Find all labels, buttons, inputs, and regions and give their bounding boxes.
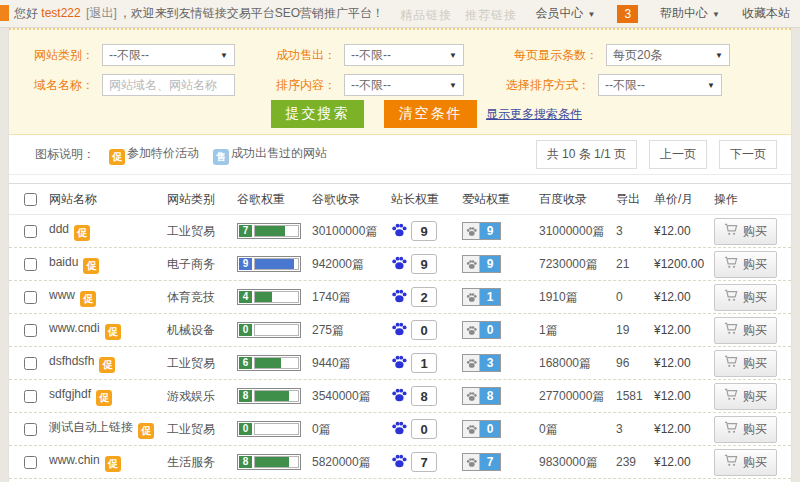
cart-icon bbox=[724, 388, 738, 404]
legend-sold: 售成功出售过的网站 bbox=[213, 145, 327, 165]
buy-button[interactable]: 购买 bbox=[714, 350, 777, 377]
logout-link[interactable]: [退出] bbox=[86, 6, 117, 20]
buy-button-label: 购买 bbox=[743, 421, 767, 438]
clear-filters-button[interactable]: 清空条件 bbox=[384, 100, 477, 128]
sites-table: 网站名称网站类别谷歌权重谷歌收录站长权重爱站权重百度收录导出单价/月操作 ddd… bbox=[9, 183, 791, 479]
baidu-rank-value: 9 bbox=[411, 221, 437, 241]
domain-name-input[interactable] bbox=[102, 74, 235, 96]
buy-button[interactable]: 购买 bbox=[714, 218, 777, 245]
aizhan-rank-value: 1 bbox=[480, 289, 500, 305]
row-checkbox-cell bbox=[9, 258, 49, 271]
sort-method-select[interactable]: --不限-- ▼ bbox=[598, 74, 722, 96]
site-name-cell: baidu促 bbox=[49, 255, 167, 274]
pagerank-fill bbox=[255, 457, 289, 467]
buy-button[interactable]: 购买 bbox=[714, 284, 777, 311]
username: test222 bbox=[41, 6, 80, 20]
promo-icon: 促 bbox=[138, 423, 154, 439]
row-checkbox[interactable] bbox=[24, 357, 37, 370]
site-name-link[interactable]: baidu促 bbox=[49, 255, 99, 274]
sold-icon: 售 bbox=[213, 149, 229, 165]
aizhan-rank-value: 3 bbox=[480, 355, 500, 371]
cart-icon bbox=[724, 355, 738, 371]
submit-search-button[interactable]: 提交搜索 bbox=[271, 100, 364, 128]
column-header-7: 百度收录 bbox=[539, 191, 616, 208]
row-checkbox[interactable] bbox=[24, 423, 37, 436]
google-pagerank-cell: 8 bbox=[237, 388, 312, 404]
favorite-site-link[interactable]: 收藏本站 bbox=[742, 5, 790, 22]
buy-button[interactable]: 购买 bbox=[714, 416, 777, 443]
site-name-link[interactable]: dsfhdsfh促 bbox=[49, 354, 115, 373]
baidu-rank-cell: 9 bbox=[391, 221, 462, 241]
google-index-count: 275篇 bbox=[312, 322, 391, 339]
next-page-button[interactable]: 下一页 bbox=[719, 140, 777, 169]
site-name-link[interactable]: www促 bbox=[49, 288, 96, 307]
google-index-count: 5820000篇 bbox=[312, 454, 391, 471]
greeting-prefix: 您好 bbox=[14, 6, 41, 20]
baidu-rank-cell: 9 bbox=[391, 254, 462, 274]
row-checkbox[interactable] bbox=[24, 291, 37, 304]
baidu-index-count: 1篇 bbox=[539, 322, 616, 339]
chevron-down-icon: ▼ bbox=[587, 10, 595, 19]
google-index-count: 942000篇 bbox=[312, 256, 391, 273]
promo-icon: 促 bbox=[83, 258, 99, 274]
site-name-link[interactable]: www.cndi促 bbox=[49, 321, 121, 340]
export-count: 239 bbox=[616, 455, 654, 469]
baidu-rank-value: 0 bbox=[411, 320, 437, 340]
site-name-link[interactable]: 测试自动上链接促 bbox=[49, 419, 154, 439]
aizhan-rank-value: 0 bbox=[480, 322, 500, 338]
site-category: 机械设备 bbox=[167, 322, 237, 339]
column-header-1: 网站名称 bbox=[49, 191, 167, 208]
baidu-paw-icon bbox=[391, 288, 407, 307]
help-center-label: 帮助中心 bbox=[660, 6, 708, 20]
prev-page-button[interactable]: 上一页 bbox=[649, 140, 707, 169]
google-pagerank-cell: 0 bbox=[237, 421, 312, 437]
baidu-rank-cell: 7 bbox=[391, 452, 462, 472]
buy-button-label: 购买 bbox=[743, 322, 767, 339]
pagerank-value: 8 bbox=[239, 456, 252, 468]
buy-button[interactable]: 购买 bbox=[714, 251, 777, 278]
per-page-select[interactable]: 每页20条 ▼ bbox=[606, 44, 730, 66]
site-name-link[interactable]: ddd促 bbox=[49, 222, 90, 241]
cart-icon bbox=[724, 322, 738, 338]
select-all-checkbox[interactable] bbox=[24, 193, 37, 206]
member-center-menu[interactable]: 会员中心▼ bbox=[535, 5, 595, 22]
baidu-rank-badge: 9 bbox=[391, 221, 437, 241]
row-checkbox-cell bbox=[9, 291, 49, 304]
per-page-value: 每页20条 bbox=[613, 47, 662, 64]
promo-icon: 促 bbox=[99, 357, 115, 373]
help-center-menu[interactable]: 帮助中心▼ bbox=[660, 5, 720, 22]
buy-button[interactable]: 购买 bbox=[714, 383, 777, 410]
pagerank-track bbox=[254, 258, 299, 270]
pagerank-bar: 4 bbox=[237, 289, 301, 305]
buy-button[interactable]: 购买 bbox=[714, 317, 777, 344]
row-checkbox[interactable] bbox=[24, 225, 37, 238]
row-checkbox[interactable] bbox=[24, 456, 37, 469]
google-pagerank-cell: 4 bbox=[237, 289, 312, 305]
row-checkbox-cell bbox=[9, 390, 49, 403]
pagerank-value: 8 bbox=[239, 390, 252, 402]
action-cell: 购买 bbox=[714, 251, 786, 278]
buy-button[interactable]: 购买 bbox=[714, 449, 777, 476]
pagerank-track bbox=[254, 291, 299, 303]
site-category: 电子商务 bbox=[167, 256, 237, 273]
aizhan-rank-cell: 1 bbox=[462, 288, 539, 306]
site-name-link[interactable]: sdfgjhdf促 bbox=[49, 387, 112, 406]
action-cell: 购买 bbox=[714, 350, 786, 377]
sold-status-select[interactable]: --不限-- ▼ bbox=[344, 44, 464, 66]
row-checkbox[interactable] bbox=[24, 258, 37, 271]
baidu-index-count: 9830000篇 bbox=[539, 454, 616, 471]
site-name-link[interactable]: www.chin促 bbox=[49, 453, 121, 472]
row-checkbox[interactable] bbox=[24, 324, 37, 337]
export-count: 1581 bbox=[616, 389, 654, 403]
table-row: sdfgjhdf促游戏娱乐83540000篇8827700000篇1581¥12… bbox=[9, 380, 791, 413]
more-filters-link[interactable]: 显示更多搜索条件 bbox=[486, 106, 582, 123]
action-cell: 购买 bbox=[714, 416, 786, 443]
message-count-badge[interactable]: 3 bbox=[617, 5, 638, 23]
total-count: 共 10 条 1/1 页 bbox=[536, 140, 637, 169]
site-category: 生活服务 bbox=[167, 454, 237, 471]
row-checkbox-cell bbox=[9, 456, 49, 469]
aizhan-rank-value: 9 bbox=[480, 256, 500, 272]
row-checkbox[interactable] bbox=[24, 390, 37, 403]
sort-content-select[interactable]: --不限-- ▼ bbox=[344, 74, 464, 96]
site-category-select[interactable]: --不限-- ▼ bbox=[102, 44, 235, 66]
